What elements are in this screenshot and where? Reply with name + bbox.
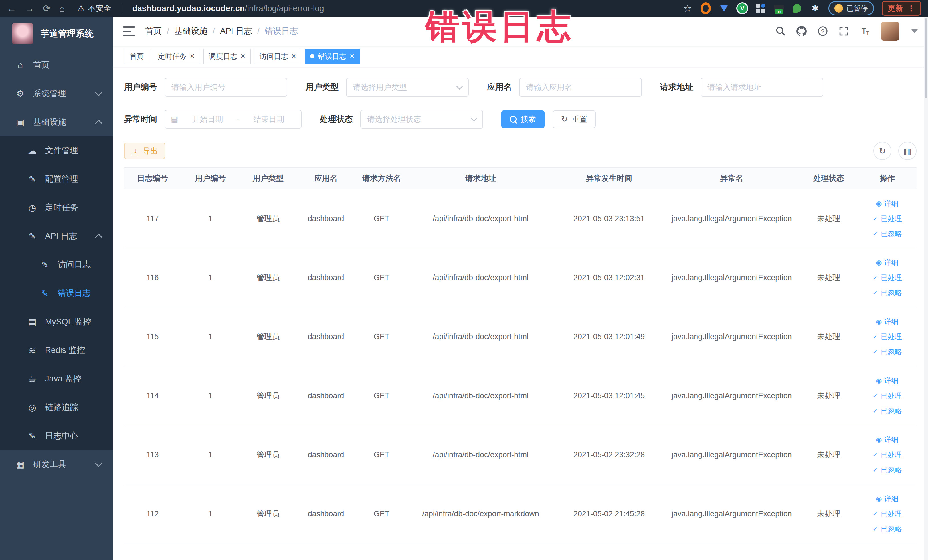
url-field[interactable]: dashboard.yudao.iocoder.cn/infra/log/api… — [132, 4, 324, 13]
profile-paused-badge[interactable]: 已暂停 — [829, 1, 874, 15]
action-已处理[interactable]: ✓已处理 — [872, 214, 902, 223]
action-已处理[interactable]: ✓已处理 — [872, 273, 902, 282]
sidebar-item-文件管理[interactable]: ☁文件管理 — [0, 136, 113, 165]
cell-user-id: 1 — [181, 333, 240, 341]
tab-错误日志[interactable]: 错误日志× — [305, 49, 360, 64]
search-icon[interactable] — [775, 26, 786, 37]
action-详细[interactable]: ◉详细 — [876, 494, 898, 504]
breadcrumb-item[interactable]: 基础设施 — [174, 25, 208, 37]
action-已忽略[interactable]: ✓已忽略 — [872, 406, 902, 416]
bookmark-star-icon[interactable]: ☆ — [682, 3, 693, 14]
sidebar-item-错误日志[interactable]: ✎错误日志 — [0, 279, 113, 308]
tab-首页[interactable]: 首页 — [124, 49, 149, 64]
cell-exception: java.lang.IllegalArgumentException — [665, 273, 799, 282]
extension-plant-icon[interactable] — [792, 3, 802, 14]
breadcrumb-item[interactable]: 首页 — [145, 25, 162, 37]
eye-icon: ◉ — [876, 495, 882, 503]
action-已处理[interactable]: ✓已处理 — [872, 391, 902, 401]
sidebar-item-配置管理[interactable]: ✎配置管理 — [0, 165, 113, 194]
sidebar-item-Java 监控[interactable]: ☕Java 监控 — [0, 365, 113, 393]
sidebar-item-API 日志[interactable]: ✎API 日志 — [0, 222, 113, 250]
cell-time: 2021-05-02 23:32:28 — [553, 450, 665, 459]
chart-icon: ▤ — [26, 317, 39, 327]
cell-status: 未处理 — [799, 509, 859, 519]
sidebar-item-MySQL 监控[interactable]: ▤MySQL 监控 — [0, 308, 113, 336]
action-label: 已忽略 — [881, 465, 902, 475]
security-indicator[interactable]: ⚠ 不安全 — [78, 3, 111, 14]
action-详细[interactable]: ◉详细 — [876, 199, 898, 208]
action-详细[interactable]: ◉详细 — [876, 258, 898, 267]
home-icon[interactable]: ⌂ — [60, 4, 65, 13]
reset-button[interactable]: ↻ 重置 — [553, 110, 596, 128]
sidebar-item-Redis 监控[interactable]: ≋Redis 监控 — [0, 336, 113, 365]
table-row: 1161管理员dashboardGET/api/infra/db-doc/exp… — [124, 248, 917, 307]
column-settings-icon[interactable]: ▥ — [898, 142, 917, 160]
action-已忽略[interactable]: ✓已忽略 — [872, 288, 902, 298]
filter-label: 请求地址 — [660, 82, 693, 93]
fullscreen-icon[interactable] — [838, 26, 849, 37]
cell-time: 2021-05-02 21:45:28 — [553, 510, 665, 518]
action-已忽略[interactable]: ✓已忽略 — [872, 229, 902, 238]
check-icon: ✓ — [872, 510, 878, 518]
search-button[interactable]: 搜索 — [501, 110, 545, 128]
close-icon[interactable]: × — [292, 52, 296, 60]
action-已处理[interactable]: ✓已处理 — [872, 450, 902, 459]
browser-menu-icon[interactable]: ⋮ — [907, 4, 915, 13]
forward-icon[interactable]: → — [25, 4, 34, 13]
process-status-select[interactable]: 请选择处理状态 — [360, 110, 483, 129]
extension-blue-drop-icon[interactable] — [719, 3, 729, 14]
user-menu-caret-icon[interactable] — [911, 29, 918, 33]
sidebar-item-研发工具[interactable]: ▦研发工具 — [0, 450, 113, 479]
action-已忽略[interactable]: ✓已忽略 — [872, 347, 902, 357]
refresh-table-icon[interactable]: ↻ — [873, 142, 891, 160]
extension-on-badge-icon[interactable] — [774, 3, 784, 14]
extension-grid-icon[interactable] — [756, 3, 766, 14]
sidebar-toggle-icon[interactable] — [123, 26, 135, 36]
tab-调度日志[interactable]: 调度日志× — [203, 49, 251, 64]
request-url-input[interactable] — [701, 78, 823, 97]
help-icon[interactable]: ? — [817, 26, 828, 37]
browser-update-button[interactable]: 更新 ⋮ — [882, 1, 921, 16]
extension-orange-icon[interactable] — [701, 3, 711, 14]
sidebar-item-链路追踪[interactable]: ◎链路追踪 — [0, 393, 113, 422]
sidebar-item-定时任务[interactable]: ◷定时任务 — [0, 194, 113, 222]
tab-定时任务[interactable]: 定时任务× — [153, 49, 200, 64]
user-type-select[interactable]: 请选择用户类型 — [346, 78, 469, 97]
clock-icon: ◷ — [26, 203, 39, 213]
action-已处理[interactable]: ✓已处理 — [872, 332, 902, 342]
sidebar-item-label: 链路追踪 — [45, 402, 78, 413]
page-scrollbar[interactable] — [924, 17, 928, 560]
font-size-icon[interactable]: TT — [859, 26, 870, 37]
extensions-puzzle-icon[interactable]: ✱ — [810, 3, 820, 14]
breadcrumb-item[interactable]: API 日志 — [220, 25, 252, 37]
action-已忽略[interactable]: ✓已忽略 — [872, 465, 902, 475]
column-header: 请求方法名 — [355, 173, 408, 183]
sidebar-item-基础设施[interactable]: ▣基础设施 — [0, 108, 113, 136]
scrollbar-thumb[interactable] — [925, 18, 927, 98]
action-已处理[interactable]: ✓已处理 — [872, 509, 902, 519]
github-icon[interactable] — [796, 26, 807, 37]
date-range-picker[interactable]: ▦ 开始日期 - 结束日期 — [165, 110, 302, 129]
sidebar-logo[interactable]: 芋道管理系统 — [0, 17, 113, 51]
close-icon[interactable]: × — [350, 52, 354, 60]
extension-v-icon[interactable]: V — [737, 3, 748, 14]
user-id-input[interactable] — [165, 78, 287, 97]
sidebar-item-日志中心[interactable]: ✎日志中心 — [0, 422, 113, 450]
close-icon[interactable]: × — [190, 52, 195, 60]
export-button[interactable]: ↓ 导出 — [124, 143, 165, 159]
sidebar-item-访问日志[interactable]: ✎访问日志 — [0, 250, 113, 279]
action-详细[interactable]: ◉详细 — [876, 317, 898, 327]
action-label: 已处理 — [881, 450, 902, 459]
tab-访问日志[interactable]: 访问日志× — [254, 49, 302, 64]
action-label: 已忽略 — [881, 524, 902, 534]
reload-icon[interactable]: ⟳ — [43, 4, 51, 13]
user-avatar[interactable] — [881, 22, 899, 41]
sidebar-item-首页[interactable]: ⌂首页 — [0, 51, 113, 79]
action-已忽略[interactable]: ✓已忽略 — [872, 524, 902, 534]
close-icon[interactable]: × — [241, 52, 245, 60]
action-详细[interactable]: ◉详细 — [876, 435, 898, 444]
app-name-input[interactable] — [519, 78, 642, 97]
sidebar-item-系统管理[interactable]: ⚙系统管理 — [0, 79, 113, 108]
back-icon[interactable]: ← — [7, 4, 16, 13]
action-详细[interactable]: ◉详细 — [876, 376, 898, 385]
